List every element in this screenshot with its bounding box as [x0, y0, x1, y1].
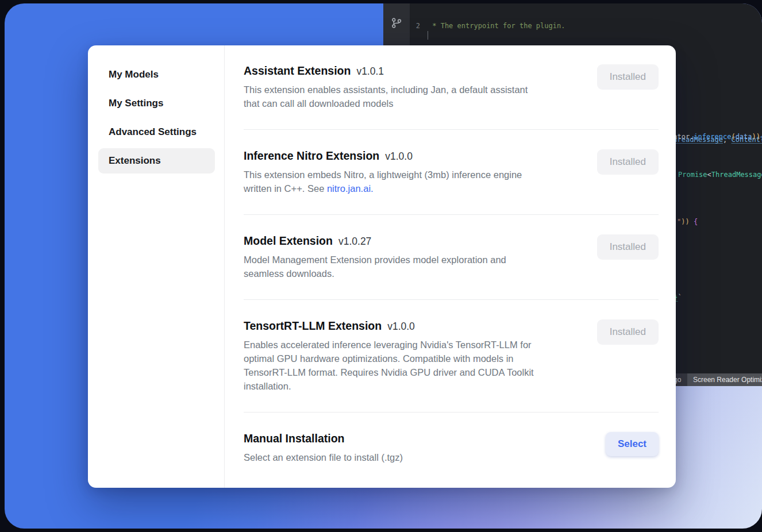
manual-installation-description: Select an extension file to install (.tg… — [244, 450, 584, 464]
extension-title: Model Extension — [244, 234, 333, 248]
hero-background: 2 * The entrypoint for the plugin. 3 */ … — [5, 3, 762, 529]
extension-version: v1.0.27 — [338, 236, 371, 248]
code-line: 2 * The entrypoint for the plugin. — [410, 21, 762, 31]
nav-item-extensions[interactable]: Extensions — [98, 148, 215, 174]
extension-section-assistant: Assistant Extension v1.0.1 This extensio… — [244, 64, 659, 129]
code-snippet-condition: ")) { — [677, 217, 698, 227]
extension-description: Enables accelerated inference leveraging… — [244, 338, 584, 393]
installed-button[interactable]: Installed — [597, 319, 659, 345]
nav-item-my-models[interactable]: My Models — [98, 62, 215, 87]
editor-cursor — [428, 31, 428, 40]
select-button[interactable]: Select — [606, 432, 659, 456]
extension-description: This extension enables assistants, inclu… — [244, 83, 584, 110]
source-control-icon — [391, 17, 402, 31]
settings-modal: My Models My Settings Advanced Settings … — [88, 45, 676, 488]
extension-version: v1.0.0 — [385, 151, 413, 163]
code-snippet-inference: rator.inference(data)); — [669, 132, 762, 142]
extension-title: Inference Nitro Extension — [244, 149, 379, 163]
extension-version: v1.0.0 — [387, 321, 415, 333]
extension-description: Model Management Extension provides mode… — [244, 253, 584, 280]
installed-button[interactable]: Installed — [597, 64, 659, 90]
manual-installation-section: Manual Installation Select an extension … — [244, 412, 659, 483]
extension-version: v1.0.1 — [356, 65, 384, 78]
nav-item-my-settings[interactable]: My Settings — [98, 91, 215, 116]
settings-nav: My Models My Settings Advanced Settings … — [88, 45, 225, 488]
code-snippet-promise: Promise<ThreadMessage> — [678, 170, 762, 180]
extensions-panel: Assistant Extension v1.0.1 This extensio… — [225, 45, 676, 488]
manual-installation-title: Manual Installation — [244, 432, 345, 445]
installed-button[interactable]: Installed — [597, 149, 659, 175]
nitro-jan-ai-link[interactable]: nitro.jan.ai. — [327, 183, 374, 194]
status-bar-screen-reader-item: Screen Reader Optimize — [687, 373, 762, 386]
extension-section-nitro: Inference Nitro Extension v1.0.0 This ex… — [244, 129, 659, 214]
installed-button[interactable]: Installed — [597, 234, 659, 260]
extension-section-tensorrt: TensortRT-LLM Extension v1.0.0 Enables a… — [244, 299, 659, 412]
extension-title: Assistant Extension — [244, 64, 351, 78]
extension-description: This extension embeds Nitro, a lightweig… — [244, 168, 584, 195]
extension-section-model: Model Extension v1.0.27 Model Management… — [244, 214, 659, 299]
extension-title: TensortRT-LLM Extension — [244, 319, 382, 333]
nav-item-advanced-settings[interactable]: Advanced Settings — [98, 119, 215, 145]
